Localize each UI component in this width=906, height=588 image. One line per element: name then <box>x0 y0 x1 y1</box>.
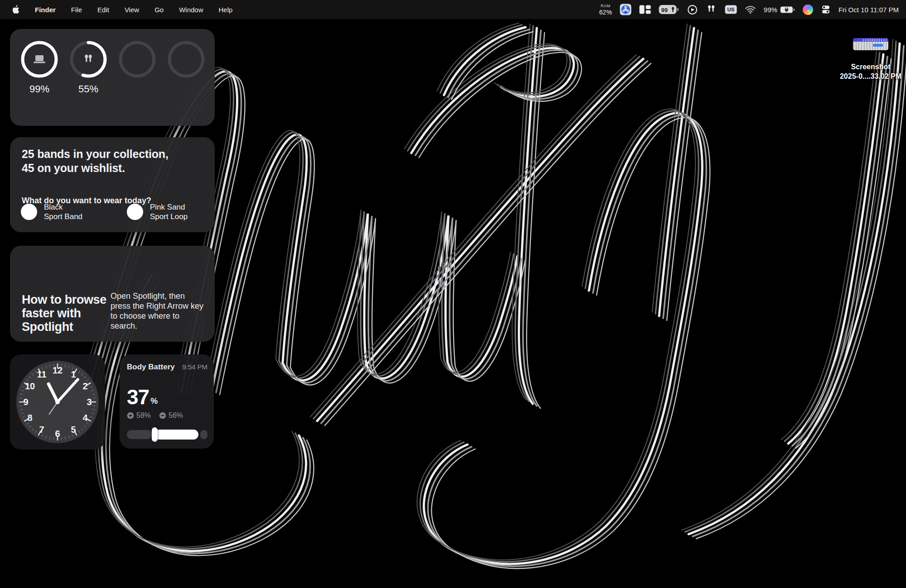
desktop-file-screenshot[interactable]: Screenshot 2025-0....33.02 PM <box>834 38 906 81</box>
clock-number: 12 <box>53 365 63 376</box>
clock-number: 1 <box>71 369 76 380</box>
battery-ring-airpods: 55% <box>70 41 107 95</box>
airpods-icon <box>705 4 717 15</box>
clock-center-pin <box>55 400 60 404</box>
airpods-battery-pill: 99 <box>659 5 680 14</box>
spotlight-tip-widget[interactable]: How to browse faster with Spotlight Open… <box>10 246 215 342</box>
airpods-icon <box>70 41 107 78</box>
window-tiling-icon <box>639 5 651 14</box>
band-option-label: Black Sport Band <box>44 202 82 221</box>
file-name-line1: Screenshot <box>834 62 906 72</box>
plus-circle-icon <box>127 412 134 419</box>
bands-widget[interactable]: 25 bands in your collection, 45 on your … <box>10 137 215 232</box>
clock-number: 8 <box>27 413 32 423</box>
play-circle-icon <box>687 5 698 15</box>
gradient-app-icon[interactable] <box>803 5 813 15</box>
clock-widget[interactable]: 12 1 2 3 4 5 6 7 8 9 10 11 <box>10 354 105 449</box>
body-battery-slider[interactable] <box>127 427 207 442</box>
slider-track-right <box>200 430 207 439</box>
menu-status-area: RAM 62% <box>599 4 899 15</box>
band-swatch[interactable] <box>127 204 143 220</box>
band-name: Pink Sand <box>150 203 185 211</box>
apple-menu[interactable] <box>12 5 19 14</box>
body-battery-drained: 56% <box>159 411 183 420</box>
band-option-label: Pink Sand Sport Loop <box>150 202 188 221</box>
ram-status[interactable]: RAM 62% <box>599 4 612 15</box>
battery-rings-row: 99% <box>10 29 215 95</box>
input-source-menu-item[interactable]: US <box>725 5 737 14</box>
menu-go[interactable]: Go <box>154 6 164 14</box>
clock-number: 11 <box>37 369 46 380</box>
input-source-badge: US <box>725 5 737 14</box>
ram-value: 62% <box>599 9 612 15</box>
gained-value: 58% <box>136 411 151 420</box>
menu-file[interactable]: File <box>71 6 82 14</box>
bands-headline-line1: 25 bands in your collection, <box>22 147 169 161</box>
playback-menu-item[interactable] <box>687 5 698 15</box>
clock-number: 10 <box>25 381 35 392</box>
band-type: Sport Loop <box>150 212 188 221</box>
slider-track-left <box>127 430 152 439</box>
body-battery-time: 9:54 PM <box>182 363 207 371</box>
battery-ring-empty <box>119 41 156 95</box>
battery-percent-label: 99% <box>764 6 777 14</box>
file-label: Screenshot 2025-0....33.02 PM <box>834 62 906 81</box>
body-battery-gained: 58% <box>127 411 151 420</box>
control-center-icon <box>821 5 831 14</box>
airpods-battery-value: 99 <box>661 7 667 14</box>
clock-number: 3 <box>87 397 92 407</box>
spotlight-tip-title: How to browse faster with Spotlight <box>22 293 110 334</box>
body-battery-title: Body Battery <box>127 363 175 372</box>
menu-finder[interactable]: Finder <box>35 6 56 14</box>
battery-ring <box>119 41 156 78</box>
fan-app-menu-item[interactable] <box>620 4 631 15</box>
battery-ring <box>168 41 205 78</box>
fan-app-icon <box>620 4 631 15</box>
drained-value: 56% <box>169 411 183 420</box>
menu-view[interactable]: View <box>125 6 139 14</box>
clock-number: 5 <box>71 425 76 435</box>
screenshot-thumbnail[interactable] <box>853 38 888 50</box>
clock-number: 4 <box>82 413 87 423</box>
input-source-label: US <box>727 7 734 12</box>
thumbnail-blue-field <box>873 44 883 47</box>
bands-headline-line2: 45 on your wishlist. <box>22 161 169 175</box>
menu-clock[interactable]: Fri Oct 10 11:07 PM <box>839 6 899 14</box>
battery-ring-macbook: 99% <box>21 41 58 95</box>
menu-bar: Finder File Edit View Go Window Help RAM… <box>0 0 906 19</box>
control-center-menu-item[interactable] <box>821 5 831 14</box>
wifi-menu-item[interactable] <box>745 5 756 14</box>
batteries-widget[interactable]: 99% <box>10 29 215 126</box>
menu-help[interactable]: Help <box>219 6 233 14</box>
band-type: Sport Band <box>44 212 82 221</box>
spotlight-tip-body: Open Spotlight, then press the Right Arr… <box>111 291 205 331</box>
battery-ring-label: 99% <box>21 83 58 95</box>
band-option-pink-sand-sport-loop[interactable]: Pink Sand Sport Loop <box>127 202 188 221</box>
body-battery-value: 37 % <box>127 387 158 407</box>
battery-ring-label: 55% <box>70 83 107 95</box>
band-swatch[interactable] <box>21 204 37 220</box>
body-battery-widget[interactable]: Body Battery 9:54 PM 37 % 58% 56% <box>120 354 214 449</box>
battery-menu-item[interactable]: 99% <box>764 6 795 14</box>
minus-circle-icon <box>159 412 166 419</box>
slider-fill <box>154 430 198 440</box>
ram-label: RAM <box>601 4 611 8</box>
menu-edit[interactable]: Edit <box>97 6 109 14</box>
window-tiling-menu-item[interactable] <box>639 5 651 14</box>
clock-number: 9 <box>23 397 28 407</box>
wifi-icon <box>745 5 756 14</box>
thumbnail-body <box>853 42 888 50</box>
desktop: Finder File Edit View Go Window Help RAM… <box>0 0 906 588</box>
thumbnail-titlebar <box>853 38 888 42</box>
clock-number: 2 <box>82 381 87 392</box>
battery-ring-empty <box>168 41 205 95</box>
menu-left: Finder File Edit View Go Window Help <box>12 5 232 14</box>
band-option-black-sport-band[interactable]: Black Sport Band <box>21 202 82 221</box>
slider-handle[interactable] <box>152 427 158 442</box>
menu-window[interactable]: Window <box>179 6 203 14</box>
airpods-battery-menu-item[interactable]: 99 <box>659 5 680 14</box>
airpods-menu-item[interactable] <box>705 4 717 15</box>
clock-number: 7 <box>39 425 44 435</box>
body-battery-unit: % <box>150 397 158 406</box>
body-battery-gains-row: 58% 56% <box>127 411 183 420</box>
